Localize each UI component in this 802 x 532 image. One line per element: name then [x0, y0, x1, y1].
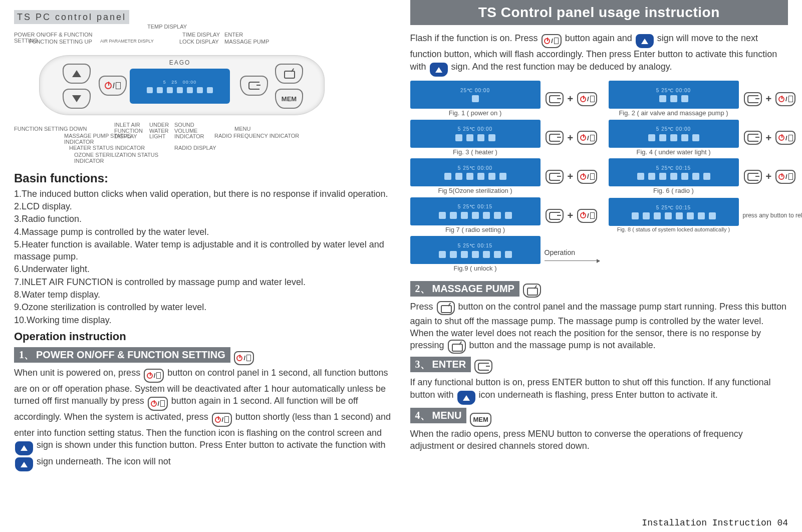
- label-time: TIME DISPLAY: [182, 32, 220, 38]
- basin-list: 1.The induced button clicks when valid o…: [14, 188, 392, 326]
- power-chip-icon: /: [775, 170, 795, 184]
- power-chip-icon: /: [212, 413, 232, 427]
- enter-chip-icon: [546, 209, 564, 223]
- pump-chip-icon: [448, 340, 466, 354]
- panel-body: EAGO 5 25 00:00 / MEM: [39, 55, 325, 115]
- triangle-up-icon: [72, 70, 81, 77]
- basin-heading: Basin functions:: [14, 170, 392, 186]
- basin-item: 6.Underwater light.: [14, 263, 392, 275]
- fig-3: 5 25℃ 00:00: [410, 120, 541, 148]
- basin-item: 3.Radio function.: [14, 213, 392, 225]
- basin-item: 4.Massage pump is controlled by the wate…: [14, 226, 392, 238]
- pump-button: [275, 64, 303, 84]
- power-chip-icon: /: [144, 369, 164, 383]
- sec4-num: 4、: [415, 409, 430, 422]
- arrow-line-icon: [545, 260, 600, 261]
- enter-button: [240, 76, 268, 96]
- enter-chip-icon: [546, 92, 564, 106]
- fig-7-cap: Fig 7 ( radio setting ): [410, 225, 541, 234]
- panel-illustration: TEMP DISPLAY POWER ON/OFF & FUNCTION SET…: [14, 26, 392, 166]
- basin-item: 10.Working time display.: [14, 314, 392, 326]
- page-footer: Installation Instruction 04: [642, 517, 788, 529]
- enter-chip-icon: [546, 170, 564, 184]
- brand-label: EAGO: [169, 59, 191, 67]
- power-icon: [105, 82, 112, 89]
- fig-9: 5 25℃ 00:15: [410, 236, 541, 264]
- power-chip-icon: /: [542, 34, 562, 48]
- fig-2-cap: Fig. 2 ( air valve and massage pump ): [609, 109, 739, 118]
- triangle-down-icon: [72, 95, 81, 102]
- pump-icon: [284, 69, 294, 78]
- fig-2: 5 25℃ 00:00: [609, 81, 739, 109]
- basin-item: 2.LCD display.: [14, 200, 392, 212]
- fig-1: 25℃ 00:00: [410, 81, 541, 109]
- fig-5-cap: Fig 5(Ozone sterilization ): [410, 186, 541, 195]
- fig-1-cap: Fig. 1 ( power on ): [410, 109, 541, 118]
- label-lock: LOCK DISPLAY: [179, 39, 219, 45]
- basin-item: 5.Heater function is available. Water te…: [14, 238, 392, 263]
- fig-4: 5 25℃ 00:00: [609, 120, 739, 148]
- sec2-bar: 2、 MASSAGE PUMP: [410, 281, 519, 297]
- arrow-chip-icon: [636, 34, 654, 48]
- pump-chip-icon: [523, 284, 541, 298]
- arrow-chip-icon: [15, 441, 33, 455]
- enter-chip-icon: [744, 92, 762, 106]
- enter-chip-icon: [744, 170, 762, 184]
- up-button: [63, 64, 91, 84]
- label-radio-freq: RADIO FREQUENCY INDICATOR: [214, 133, 299, 139]
- power-chip-icon: /: [234, 351, 254, 365]
- enter-chip-icon: [474, 360, 492, 374]
- label-massage-status: MASSAGE PUMP STATUS INDICATOR: [64, 133, 139, 145]
- label-under-water: UNDER WATER LIGHT: [149, 122, 173, 140]
- enter-chip-icon: [546, 131, 564, 145]
- mem-button: MEM: [275, 89, 303, 109]
- fig-9-cap: Fig.9 ( unlock ): [410, 264, 541, 273]
- label-heater-status: HEATER STATUS INDICATOR: [69, 145, 164, 151]
- fig-6-cap: Fig. 6 ( radio ): [609, 186, 739, 195]
- sec3-bar: 3、 ENTER: [410, 357, 471, 372]
- power-chip-icon: /: [775, 131, 795, 145]
- power-button: /: [99, 76, 127, 96]
- sub-title: TS PC control panel: [14, 10, 129, 24]
- op-heading: Operation instruction: [14, 329, 392, 344]
- label-enter: ENTER: [224, 32, 243, 38]
- sec1-para: When unit is powered on, press / button …: [14, 367, 392, 472]
- basin-item: 9.Ozone sterilization is controlled by w…: [14, 301, 392, 313]
- sec1-title: POWER ON/OFF & FUNCTION SETTING: [36, 348, 225, 362]
- label-ozone-status: OZONE STERILIZATION STATUS INDICATOR: [74, 152, 169, 164]
- fig-5: 5 25℃ 00:00: [410, 158, 541, 186]
- label-menu: MENU: [234, 126, 250, 132]
- power-chip-icon: /: [577, 131, 597, 145]
- sec4-para: When the radio opens, press MENU button …: [410, 428, 788, 452]
- pump-chip-icon: [437, 301, 455, 315]
- arrow-chip-icon: [457, 391, 475, 405]
- fig-6: 5 25℃ 00:15: [609, 158, 739, 186]
- sec3-title: ENTER: [432, 358, 466, 371]
- sec1-num: 1、: [19, 348, 34, 362]
- lcd-screen: EAGO 5 25 00:00: [130, 69, 230, 104]
- label-func-down: FUNCTION SETTING DOWN: [14, 126, 87, 132]
- sec4-bar: 4、 MENU: [410, 408, 467, 423]
- right-intro: Flash if the function is on. Press / but…: [410, 32, 788, 77]
- main-title: TS Control panel usage instruction: [410, 0, 788, 25]
- fig-7: 5 25℃ 00:15: [410, 197, 541, 225]
- enter-icon: [248, 82, 259, 90]
- sec2-para: Press button on the control panel and th…: [410, 301, 788, 354]
- fig-3-cap: Fig. 3 ( heater ): [410, 148, 541, 157]
- arrow-chip-icon: [15, 457, 33, 471]
- fig-8: 5 25℃ 00:15: [609, 198, 739, 226]
- basin-item: 8.Water temp display.: [14, 289, 392, 301]
- fig-4-cap: Fig. 4 ( under water light ): [609, 148, 739, 157]
- label-temp: TEMP DISPLAY: [147, 24, 187, 30]
- fig-9-side: Operation: [545, 248, 575, 257]
- sec2-title: MASSAGE PUMP: [432, 282, 514, 296]
- power-chip-icon: /: [577, 170, 597, 184]
- label-sound-vol: SOUND VOLUME INDICATOR: [174, 122, 209, 140]
- label-radio-display: RADIO DISPLAY: [174, 145, 216, 151]
- enter-chip-icon: [744, 131, 762, 145]
- basin-item: 7.INLET AIR FUNCTION is controlled by ma…: [14, 276, 392, 288]
- fig-8-cap: Fig. 8 ( status of system locked automat…: [609, 226, 739, 233]
- mem-chip-icon: MEM: [470, 413, 491, 427]
- figures-grid: 25℃ 00:00 Fig. 1 ( power on ) +/ 5 25℃ 0…: [410, 81, 788, 273]
- sec4-title: MENU: [432, 409, 462, 422]
